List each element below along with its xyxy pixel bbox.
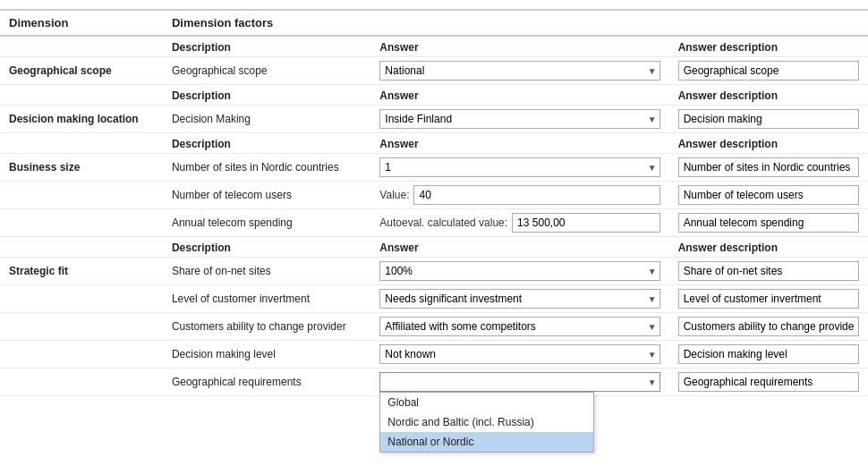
description-cell: Share of on-net sites (163, 258, 370, 285)
answer-desc-input[interactable] (678, 185, 859, 205)
subheader-dim-empty (0, 85, 163, 106)
answer-desc-cell[interactable] (669, 313, 868, 341)
answer-cell[interactable]: Value: (370, 182, 668, 209)
answer-cell[interactable]: Needs significant investmentNeeds some i… (370, 285, 668, 313)
select-wrapper: Affiliated with some competitorsFreely c… (379, 317, 660, 336)
answer-cell[interactable]: 12-56-1011-2021+▼ (370, 154, 668, 182)
inline-label: Value: (379, 189, 409, 201)
answer-desc-input[interactable] (678, 317, 859, 336)
subheader-answer-desc: Answer description (669, 36, 868, 57)
answer-desc-input[interactable] (678, 157, 859, 177)
select-wrapper: Inside FinlandOutside FinlandNot known▼ (379, 109, 660, 129)
subheader-answer: Answer (370, 133, 668, 154)
dimension-cell (0, 285, 163, 313)
inline-value-wrapper: Value: (379, 185, 660, 205)
description-cell: Geographical scope (163, 57, 370, 85)
table-row: Business sizeNumber of sites in Nordic c… (0, 154, 868, 182)
answer-cell[interactable]: GlobalNationalNordic and Baltic (incl. R… (370, 57, 668, 85)
answer-desc-input[interactable] (678, 344, 859, 364)
subheader-answer: Answer (370, 36, 668, 57)
dimension-cell (0, 182, 163, 209)
dimension-cell: Geographical scope (0, 57, 163, 85)
table-row: Customers ability to change providerAffi… (0, 313, 868, 341)
answer-desc-cell[interactable] (669, 285, 868, 313)
description-cell: Annual telecom spending (163, 209, 370, 237)
dropdown-item[interactable]: Global (380, 393, 593, 412)
subheader-description: Description (163, 133, 370, 154)
answer-select[interactable]: 100%75-99%50-74%25-49%0-24% (379, 261, 660, 281)
answer-desc-input[interactable] (678, 213, 859, 233)
dimension-cell (0, 341, 163, 369)
description-cell: Number of telecom users (163, 182, 370, 209)
section-subheader-row: DescriptionAnswerAnswer description (0, 237, 868, 258)
answer-select[interactable]: GlobalNationalNordic and Baltic (incl. R… (379, 61, 660, 80)
subheader-answer-desc: Answer description (669, 133, 868, 154)
dimension-cell (0, 209, 163, 237)
answer-select[interactable]: Not knownOperationalManagementBoard leve… (379, 344, 660, 364)
subheader-answer-desc: Answer description (669, 237, 868, 258)
answer-desc-input[interactable] (678, 109, 859, 129)
answer-cell[interactable]: Not knownOperationalManagementBoard leve… (370, 341, 668, 369)
answer-select[interactable]: Inside FinlandOutside FinlandNot known (379, 109, 660, 129)
subheader-answer: Answer (370, 85, 668, 106)
description-cell: Decision making level (163, 341, 370, 369)
answer-select[interactable]: Needs significant investmentNeeds some i… (379, 289, 660, 309)
answer-select[interactable]: Affiliated with some competitorsFreely c… (379, 317, 660, 336)
section-subheader-row: DescriptionAnswerAnswer description (0, 85, 868, 106)
inline-calc-wrapper: Autoeval. calculated value: (379, 213, 660, 233)
dimension-cell: Desicion making location (0, 106, 163, 133)
answer-desc-cell[interactable] (669, 258, 868, 285)
dimension-cell (0, 369, 163, 396)
dimension-label: Strategic fit (9, 265, 68, 277)
subheader-answer-desc: Answer description (669, 85, 868, 106)
answer-cell[interactable]: Inside FinlandOutside FinlandNot known▼ (370, 106, 668, 133)
select-wrapper: 100%75-99%50-74%25-49%0-24%▼ (379, 261, 660, 281)
answer-desc-input[interactable] (678, 289, 859, 309)
column-header-row: Dimension Dimension factors (0, 10, 868, 36)
answer-desc-cell[interactable] (669, 57, 868, 85)
answer-desc-cell[interactable] (669, 209, 868, 237)
answer-cell[interactable]: GlobalNordic and Baltic (incl. Russia)Na… (370, 369, 668, 396)
dropdown-open-wrapper: GlobalNordic and Baltic (incl. Russia)Na… (379, 372, 660, 392)
answer-cell[interactable]: Affiliated with some competitorsFreely c… (370, 313, 668, 341)
description-cell: Level of customer invertment (163, 285, 370, 313)
answer-desc-cell[interactable] (669, 341, 868, 369)
section-subheader-row: DescriptionAnswerAnswer description (0, 133, 868, 154)
dimension-cell: Business size (0, 154, 163, 182)
inline-calc-input[interactable] (512, 213, 660, 233)
main-table: Dimension Dimension factors DescriptionA… (0, 9, 868, 396)
table-row: Geographical scopeGeographical scopeGlob… (0, 57, 868, 85)
col-header-factors: Dimension factors (163, 10, 868, 36)
subheader-answer: Answer (370, 237, 668, 258)
geo-req-select[interactable]: GlobalNordic and Baltic (incl. Russia)Na… (379, 372, 660, 392)
section-subheader-row: DescriptionAnswerAnswer description (0, 36, 868, 57)
dimension-cell (0, 313, 163, 341)
dimension-label: Desicion making location (9, 113, 139, 125)
answer-desc-input[interactable] (678, 61, 859, 80)
answer-select[interactable]: 12-56-1011-2021+ (379, 157, 660, 177)
answer-cell[interactable]: Autoeval. calculated value: (370, 209, 668, 237)
select-wrapper: Not knownOperationalManagementBoard leve… (379, 344, 660, 364)
table-row: Level of customer invertmentNeeds signif… (0, 285, 868, 313)
description-cell: Geographical requirements (163, 369, 370, 396)
select-wrapper: GlobalNationalNordic and Baltic (incl. R… (379, 61, 660, 80)
table-row: Annual telecom spendingAutoeval. calcula… (0, 209, 868, 237)
table-row: Desicion making locationDecision MakingI… (0, 106, 868, 133)
answer-desc-cell[interactable] (669, 182, 868, 209)
table-row: Geographical requirementsGlobalNordic an… (0, 369, 868, 396)
answer-desc-cell[interactable] (669, 369, 868, 396)
answer-desc-cell[interactable] (669, 106, 868, 133)
answer-desc-input[interactable] (678, 372, 859, 392)
col-header-dimension: Dimension (0, 10, 163, 36)
answer-desc-cell[interactable] (669, 154, 868, 182)
subheader-description: Description (163, 36, 370, 57)
inline-calc-label: Autoeval. calculated value: (379, 216, 507, 229)
dropdown-item[interactable]: National or Nordic (380, 432, 593, 452)
subheader-description: Description (163, 237, 370, 258)
subheader-dim-empty (0, 36, 163, 57)
dropdown-item[interactable]: Nordic and Baltic (incl. Russia) (380, 412, 593, 432)
table-row: Strategic fitShare of on-net sites100%75… (0, 258, 868, 285)
answer-desc-input[interactable] (678, 261, 859, 281)
answer-cell[interactable]: 100%75-99%50-74%25-49%0-24%▼ (370, 258, 668, 285)
inline-input[interactable] (413, 185, 660, 205)
